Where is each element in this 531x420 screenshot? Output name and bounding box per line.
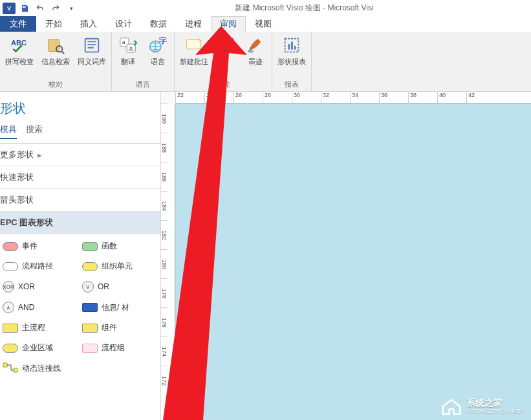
tab-insert[interactable]: 插入 (71, 16, 106, 32)
ribbon-group-proofing: ABC 拼写检查 信息检索 同义词库 校对 (0, 32, 112, 91)
shape-item[interactable]: 流程组 (82, 342, 158, 353)
save-icon (20, 4, 29, 13)
translate-label: 翻译 (121, 58, 135, 65)
horizontal-ruler[interactable]: 2224262830323436384042 (175, 92, 531, 104)
shape-item[interactable]: 组件 (82, 322, 158, 333)
ribbon-group-language: aあ 翻译 字 语言 语言 (112, 32, 175, 91)
shape-list: 事件 函数 流程路径 组织单元 XORXOR VOR ∧AND 信息/ 材 主流… (0, 234, 160, 381)
translate-button[interactable]: aあ 翻译 (115, 34, 141, 67)
tab-design[interactable]: 设计 (106, 16, 141, 32)
window-title: 新建 Microsoft Visio 绘图 - Microsoft Visi (78, 3, 531, 14)
svg-rect-14 (288, 44, 290, 49)
tab-review[interactable]: 审阅 (211, 16, 246, 32)
tab-data[interactable]: 数据 (141, 16, 176, 32)
ribbon-group-comments: 新建批注 墨迹 批注 (175, 32, 272, 91)
redo-button[interactable] (49, 2, 62, 15)
tab-home[interactable]: 开始 (36, 16, 71, 32)
shape-reports-icon (281, 35, 302, 56)
shape-item[interactable]: ∧AND (3, 302, 78, 313)
ribbon-group-reports: 形状报表 报表 (272, 32, 312, 91)
canvas-area: 2224262830323436384042 19018818618418218… (161, 92, 531, 420)
shape-item[interactable]: VOR (82, 281, 158, 293)
research-icon (45, 35, 66, 56)
svg-rect-18 (14, 368, 17, 372)
ink-label: 墨迹 (248, 58, 263, 65)
shape-item[interactable]: 函数 (82, 241, 158, 252)
vertical-ruler[interactable]: 190188186184182180178176174172 (161, 104, 175, 420)
nav-arrow-shapes[interactable]: 箭头形状 (0, 189, 160, 212)
tab-view[interactable]: 视图 (246, 16, 281, 32)
tab-file[interactable]: 文件 (0, 16, 36, 32)
thesaurus-button[interactable]: 同义词库 (76, 34, 108, 67)
shape-item[interactable]: 流程路径 (3, 261, 78, 272)
title-bar: V ▾ 新建 Microsoft Visio 绘图 - Microsoft Vi… (0, 0, 531, 16)
svg-text:字: 字 (159, 36, 167, 45)
group-label-proofing: 校对 (3, 78, 108, 91)
svg-rect-16 (294, 46, 296, 50)
subtab-stencils[interactable]: 模具 (0, 124, 17, 139)
thesaurus-icon (81, 35, 102, 56)
shape-reports-label: 形状报表 (277, 58, 306, 65)
subtab-search[interactable]: 搜索 (26, 124, 43, 139)
shape-item[interactable]: 组织单元 (82, 261, 158, 272)
ribbon: ABC 拼写检查 信息检索 同义词库 校对 aあ 翻译 字 语言 (0, 32, 531, 92)
new-comment-button[interactable]: 新建批注 (178, 34, 210, 67)
visio-app-icon[interactable]: V (3, 3, 16, 14)
group-label-reports: 报表 (276, 78, 308, 91)
shape-item[interactable]: 主流程 (3, 322, 78, 333)
tab-process[interactable]: 进程 (176, 16, 211, 32)
svg-point-12 (248, 50, 254, 53)
shape-item[interactable]: 企业区域 (3, 342, 78, 353)
group-label-language: 语言 (115, 78, 171, 91)
undo-icon (36, 4, 45, 13)
ink-button[interactable]: 墨迹 (243, 34, 268, 67)
undo-button[interactable] (34, 2, 47, 15)
new-comment-icon (184, 35, 204, 56)
nav-more-shapes-label: 更多形状 (0, 149, 34, 160)
comment-pane-icon (216, 35, 237, 56)
spell-check-button[interactable]: ABC 拼写检查 (3, 34, 36, 67)
nav-epc-shapes[interactable]: EPC 图表形状 (0, 212, 160, 234)
redo-icon (51, 4, 60, 13)
comment-pane-button[interactable] (214, 34, 239, 57)
svg-text:あ: あ (129, 45, 134, 52)
shape-item[interactable]: 动态连接线 (3, 362, 158, 375)
spell-check-label: 拼写检查 (5, 58, 34, 65)
new-comment-label: 新建批注 (180, 58, 208, 65)
nav-quick-shapes[interactable]: 快速形状 (0, 166, 160, 189)
ink-icon (245, 35, 266, 56)
language-icon: 字 (147, 35, 168, 56)
svg-rect-17 (3, 363, 7, 367)
workspace: 形状 模具 搜索 更多形状 ▸ 快速形状 箭头形状 EPC 图表形状 事件 函数… (0, 92, 531, 420)
research-label: 信息检索 (41, 58, 70, 65)
translate-icon: aあ (118, 35, 138, 56)
quick-access-toolbar: V ▾ (0, 2, 78, 15)
save-button[interactable] (18, 2, 31, 15)
spellcheck-icon: ABC (9, 35, 30, 56)
language-label: 语言 (151, 58, 165, 65)
nav-more-shapes[interactable]: 更多形状 ▸ (0, 144, 160, 166)
svg-rect-15 (291, 41, 293, 49)
shapes-pane: 形状 模具 搜索 更多形状 ▸ 快速形状 箭头形状 EPC 图表形状 事件 函数… (0, 92, 161, 420)
group-label-comments: 批注 (178, 78, 268, 91)
chevron-right-icon: ▸ (38, 150, 42, 160)
svg-rect-10 (187, 39, 200, 49)
shape-item[interactable]: 事件 (3, 241, 78, 252)
research-button[interactable]: 信息检索 (39, 34, 72, 67)
ribbon-tabs: 文件 开始 插入 设计 数据 进程 审阅 视图 (0, 16, 531, 32)
shape-reports-button[interactable]: 形状报表 (276, 34, 308, 67)
shapes-subtabs: 模具 搜索 (0, 124, 160, 144)
svg-text:ABC: ABC (11, 39, 27, 47)
drawing-page[interactable] (175, 104, 531, 420)
thesaurus-label: 同义词库 (78, 58, 106, 65)
shape-item[interactable]: XORXOR (3, 281, 78, 293)
shape-item[interactable]: 信息/ 材 (82, 302, 158, 313)
shapes-pane-title: 形状 (0, 92, 160, 124)
svg-rect-1 (49, 39, 60, 52)
language-button[interactable]: 字 语言 (145, 34, 171, 67)
qat-customize[interactable]: ▾ (65, 2, 78, 15)
svg-text:a: a (122, 39, 125, 45)
connector-icon (3, 362, 18, 375)
